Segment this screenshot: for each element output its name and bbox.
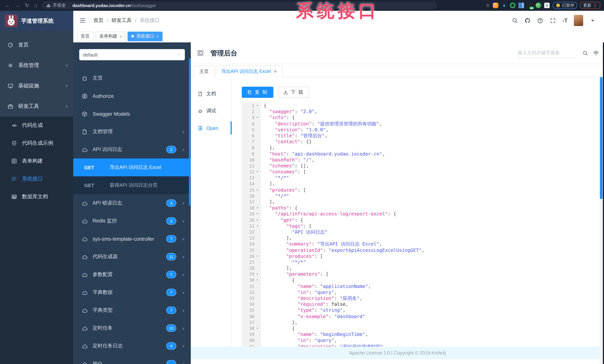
github-icon[interactable] — [524, 17, 531, 24]
fold-caret-icon[interactable]: ▾ — [254, 326, 260, 331]
swagger-menu-字典类型[interactable]: 字典类型7∨ — [73, 301, 191, 319]
doc-tab-导出API 访问日志 Excel[interactable]: 导出API 访问日志 Excel✕ — [216, 65, 283, 77]
gutter-spacer — [254, 157, 260, 163]
fold-caret-icon[interactable]: ▾ — [254, 277, 260, 283]
doc-search-input[interactable] — [517, 48, 577, 58]
tag-表单构建[interactable]: 表单构建× — [96, 31, 126, 41]
dropdown-caret-icon[interactable] — [590, 17, 596, 24]
avatar[interactable] — [574, 15, 583, 26]
mini-item-Open[interactable]: Open — [191, 119, 231, 137]
paused-extension-badge[interactable]: 已暂停 — [553, 2, 577, 9]
code-text: { — [260, 277, 295, 283]
swagger-menu-定时任务日志[interactable]: 定时任务日志4∨ — [73, 337, 191, 355]
fold-caret-icon[interactable]: ▾ — [254, 169, 260, 175]
sidebar-item-基础设施[interactable]: 基础设施∨ — [0, 75, 73, 96]
doc-tab-主页[interactable]: 主页 — [194, 65, 214, 77]
forward-icon[interactable]: → — [15, 0, 20, 11]
fold-caret-icon[interactable]: ▾ — [254, 103, 260, 109]
orange-extension-icon[interactable] — [493, 3, 498, 8]
code-line: 5 "version": "1.0.0", — [242, 127, 597, 133]
swagger-menu-字典数据[interactable]: 字典数据7∨ — [73, 283, 191, 301]
mini-item-调试[interactable]: 调试 — [191, 102, 231, 119]
reload-icon[interactable]: ↻ — [25, 0, 29, 11]
sidebar-item-首页[interactable]: 首页 — [0, 35, 73, 55]
fold-caret-icon[interactable]: ▾ — [254, 115, 260, 121]
sidebar-item-代码生成[interactable]: </>代码生成 — [0, 116, 73, 134]
swagger-menu-岗位[interactable]: 岗位∨ — [73, 355, 191, 364]
close-icon[interactable]: ✕ — [274, 69, 277, 74]
tag-首页[interactable]: 首页 — [77, 31, 93, 41]
line-number: 11 — [242, 163, 254, 169]
doc-search-icon[interactable] — [582, 50, 588, 56]
breadcrumb-item[interactable]: 系统接口 — [140, 17, 160, 24]
fold-caret-icon[interactable]: ▾ — [254, 223, 260, 229]
swagger-menu-文档管理[interactable]: 文档管理∨ — [73, 123, 191, 141]
copy-button[interactable]: 复 制 — [242, 87, 273, 98]
code-line: 39 "name": "beginBeginTime", — [242, 331, 597, 337]
fold-caret-icon[interactable]: ▾ — [254, 271, 260, 277]
blue-gem-extension-icon[interactable]: ♦ — [501, 3, 507, 8]
annotation-watermark: 系统接口 — [296, 0, 379, 22]
swagger-menu-代码生成器[interactable]: 代码生成器11∨ — [73, 248, 191, 266]
swagger-menu-API 访问日志[interactable]: API 访问日志2∧ — [73, 141, 191, 159]
swagger-menu-Swagger Models[interactable]: Swagger Models — [73, 105, 191, 123]
line-number: 40 — [242, 338, 254, 344]
breadcrumb-item[interactable]: 研发工具 — [112, 17, 132, 24]
swagger-menu-主页[interactable]: 主页 — [73, 69, 191, 87]
sidebar-item-系统接口[interactable]: 系统接口 — [0, 170, 73, 188]
update-button[interactable]: 更新 ⋮ — [580, 2, 600, 9]
sidebar-item-表单构建[interactable]: 表单构建 — [0, 152, 73, 170]
security-label[interactable]: 不安全 — [53, 3, 66, 8]
main-scrollbar-thumb[interactable] — [600, 77, 603, 199]
translator-en-extension-icon[interactable] — [527, 3, 533, 8]
breadcrumb-item[interactable]: 首页 — [93, 17, 103, 24]
home-icon[interactable]: ⌂ — [34, 0, 37, 11]
panel-scrollbar[interactable] — [189, 58, 190, 206]
json-code-editor[interactable]: 1▾{2 "swagger": "2.0",3▾ "info": {4 "des… — [242, 103, 597, 347]
swagger-menu-sys-sms-template-controller[interactable]: sys-sms-template-controller7∨ — [73, 230, 191, 248]
gutter-spacer — [254, 139, 260, 145]
fold-caret-icon[interactable]: ▾ — [254, 253, 260, 259]
back-icon[interactable]: ← — [5, 0, 10, 11]
swagger-menu-Redis 监控[interactable]: Redis 监控2∨ — [73, 212, 191, 230]
browser-menu-icon[interactable]: ⋮ — [593, 3, 597, 8]
gutter-spacer — [254, 344, 260, 347]
fold-caret-icon[interactable]: ▾ — [254, 217, 260, 223]
leaf-extension-icon[interactable] — [536, 3, 541, 8]
close-icon[interactable]: × — [119, 34, 122, 38]
swagger-menu-参数配置[interactable]: 参数配置7∨ — [73, 266, 191, 283]
sidebar-item-代码生成示例[interactable]: 代码生成示例 — [0, 134, 73, 152]
fold-caret-icon[interactable]: ▾ — [254, 211, 260, 217]
collapse-doc-menu-icon[interactable] — [197, 50, 204, 57]
puzzle-extension-icon[interactable] — [544, 3, 550, 8]
api-item-导出API 访问日志 Excel[interactable]: GET导出API 访问日志 Excel — [73, 159, 191, 176]
help-icon[interactable] — [537, 17, 543, 24]
api-count-badge: 10 — [166, 324, 176, 332]
line-number: 3 — [242, 115, 254, 121]
collapse-sidebar-icon[interactable] — [79, 17, 86, 24]
swagger-menu-定时任务[interactable]: 定时任务10∨ — [73, 319, 191, 337]
green-ring-extension-icon[interactable] — [510, 3, 516, 8]
sidebar-item-系统管理[interactable]: 系统管理∨ — [0, 55, 73, 75]
sidebar-item-数据库文档[interactable]: 数据库文档 — [0, 188, 73, 206]
swagger-menu-API 错误日志[interactable]: API 错误日志3∨ — [73, 194, 191, 212]
swagger-menu-Authorize[interactable]: Authorize — [73, 87, 191, 105]
language-toggle-icon[interactable]: 中 — [594, 50, 599, 56]
grid-extension-icon[interactable] — [518, 3, 524, 8]
fold-caret-icon[interactable]: ▾ — [254, 205, 260, 211]
api-item-获得API 访问日志分页[interactable]: GET获得API 访问日志分页 — [73, 176, 191, 194]
download-button[interactable]: 下 载 — [278, 87, 309, 98]
grid4-icon — [11, 158, 17, 164]
tag-系统接口[interactable]: 系统接口× — [128, 31, 163, 41]
bookmark-star-icon[interactable]: ☆ — [486, 3, 490, 8]
sidebar: 芋道管理系统 首页系统管理∨基础设施∨研发工具∧ </>代码生成代码生成示例表单… — [0, 11, 73, 364]
fold-caret-icon[interactable]: ▾ — [254, 187, 260, 193]
fullscreen-icon[interactable] — [550, 17, 556, 24]
search-icon[interactable] — [512, 17, 518, 24]
close-icon[interactable]: × — [156, 34, 159, 38]
font-size-icon[interactable]: тT — [562, 17, 567, 24]
mini-item-文档[interactable]: 文档 — [191, 85, 231, 102]
app-logo[interactable]: 芋道管理系统 — [0, 11, 73, 31]
sidebar-item-研发工具[interactable]: 研发工具∧ — [0, 96, 73, 116]
group-select[interactable]: default — [79, 49, 185, 60]
